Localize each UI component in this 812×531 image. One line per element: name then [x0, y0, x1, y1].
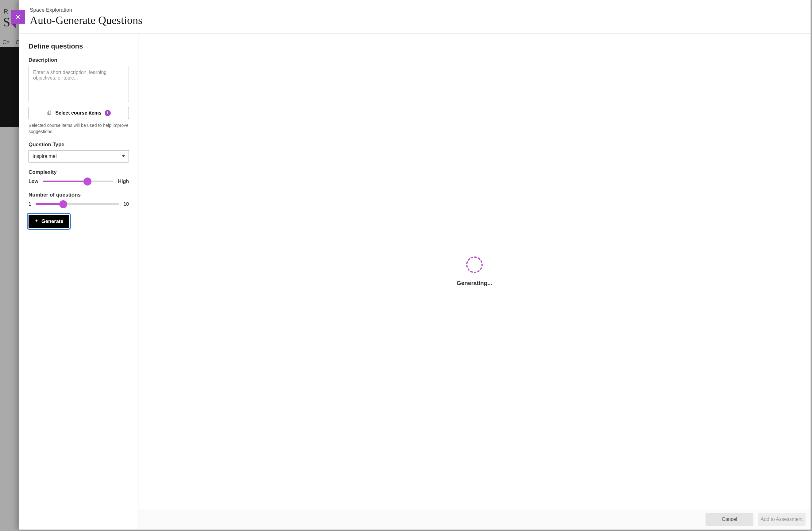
add-to-assessment-button[interactable]: Add to Assessment — [758, 513, 806, 526]
page-title: Auto-Generate Questions — [30, 14, 800, 27]
complexity-thumb[interactable] — [84, 178, 91, 185]
num-questions-min: 1 — [29, 201, 31, 207]
documents-icon — [47, 110, 52, 116]
complexity-slider[interactable] — [43, 178, 114, 185]
select-course-items-button[interactable]: Select course items 1 — [29, 107, 129, 119]
footer-bar: Cancel Add to Assessment — [139, 509, 811, 530]
selected-count-badge: 1 — [105, 110, 111, 116]
sparkle-icon — [34, 219, 39, 224]
description-label: Description — [29, 57, 129, 63]
complexity-fill — [43, 181, 87, 182]
complexity-slider-row: Low High — [29, 178, 129, 185]
right-column: Generating... Cancel Add to Assessment — [139, 34, 811, 530]
bg-breadcrumb: R — [4, 8, 8, 15]
select-course-items-label: Select course items — [55, 110, 101, 116]
num-questions-slider-row: 1 10 — [29, 200, 129, 208]
num-questions-max: 10 — [124, 201, 129, 207]
select-items-help: Selected course items will be used to he… — [29, 122, 129, 135]
svg-point-3 — [38, 219, 38, 220]
chevron-down-icon — [122, 155, 125, 157]
num-questions-slider[interactable] — [35, 200, 119, 208]
generate-label: Generate — [41, 218, 63, 224]
left-column: Define questions Description Select cour… — [19, 34, 139, 530]
generating-text: Generating... — [456, 280, 492, 287]
generate-button[interactable]: Generate — [29, 215, 69, 228]
complexity-label: Complexity — [29, 169, 129, 176]
breadcrumb: Space Exploration — [30, 7, 800, 13]
panel-header: Space Exploration Auto-Generate Question… — [19, 0, 811, 34]
close-icon — [15, 14, 21, 20]
close-button[interactable] — [11, 10, 25, 24]
num-questions-thumb[interactable] — [59, 200, 67, 208]
section-heading: Define questions — [29, 42, 129, 50]
bg-tab-1: Co — [2, 39, 10, 46]
svg-rect-2 — [48, 111, 51, 114]
description-input[interactable] — [29, 66, 129, 102]
question-type-label: Question Type — [29, 142, 129, 148]
cancel-button[interactable]: Cancel — [706, 513, 753, 526]
bg-title: S — [3, 15, 10, 29]
generating-area: Generating... — [139, 34, 811, 509]
question-type-value: Inspire me! — [32, 154, 122, 159]
num-questions-label: Number of questions — [29, 192, 129, 198]
complexity-high-label: High — [118, 179, 129, 184]
bg-tabs: Co C — [2, 39, 20, 46]
modal-panel: Space Exploration Auto-Generate Question… — [19, 0, 811, 530]
bg-dark-block — [0, 47, 19, 127]
spinner-icon — [466, 256, 483, 273]
panel-body: Define questions Description Select cour… — [19, 34, 811, 530]
question-type-select[interactable]: Inspire me! — [29, 150, 129, 163]
complexity-low-label: Low — [29, 179, 38, 184]
